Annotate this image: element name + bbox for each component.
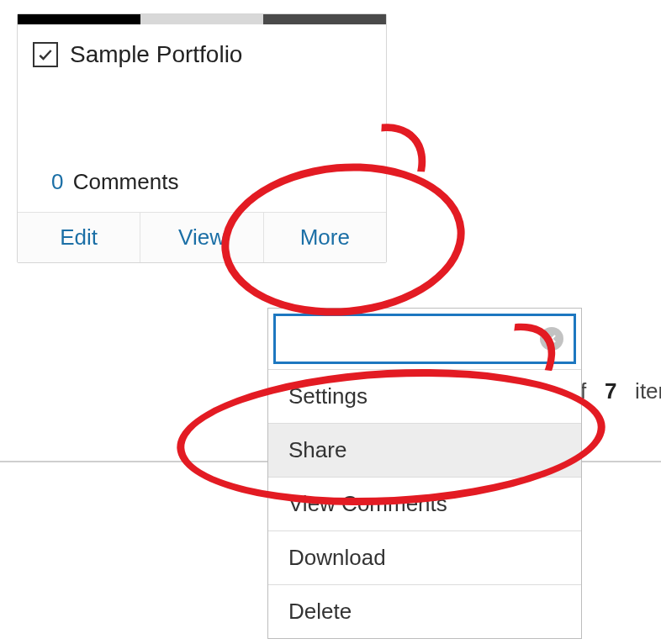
more-dropdown: Settings Share View Comments Download De… — [267, 308, 582, 639]
dropdown-search-input[interactable] — [273, 314, 576, 364]
comments-label: Comments — [73, 169, 179, 194]
progress-segment — [263, 14, 386, 24]
progress-strip — [18, 14, 386, 24]
pager-total: 7 — [605, 378, 616, 404]
view-button[interactable]: View — [140, 213, 262, 262]
menu-item-delete[interactable]: Delete — [268, 584, 581, 638]
edit-button[interactable]: Edit — [18, 213, 140, 262]
clear-search-button[interactable] — [540, 327, 563, 351]
progress-segment — [18, 14, 140, 24]
pager-text: f 7 items — [580, 378, 661, 404]
pager-suffix: items — [635, 378, 661, 404]
portfolio-title: Sample Portfolio — [70, 41, 242, 68]
menu-item-share[interactable]: Share — [268, 423, 581, 477]
card-actions: Edit View More — [18, 212, 386, 262]
card-header: Sample Portfolio — [18, 24, 386, 73]
comments-link[interactable]: 0 Comments — [18, 166, 386, 212]
more-button[interactable]: More — [263, 213, 386, 262]
check-icon — [37, 46, 54, 63]
close-icon — [546, 333, 558, 345]
portfolio-card: Sample Portfolio 0 Comments Edit View Mo… — [17, 13, 387, 263]
select-checkbox[interactable] — [33, 42, 58, 67]
menu-item-settings[interactable]: Settings — [268, 369, 581, 423]
menu-item-view-comments[interactable]: View Comments — [268, 477, 581, 531]
comments-count: 0 — [51, 169, 63, 194]
card-body — [18, 73, 386, 166]
progress-segment — [140, 14, 263, 24]
menu-item-download[interactable]: Download — [268, 531, 581, 584]
